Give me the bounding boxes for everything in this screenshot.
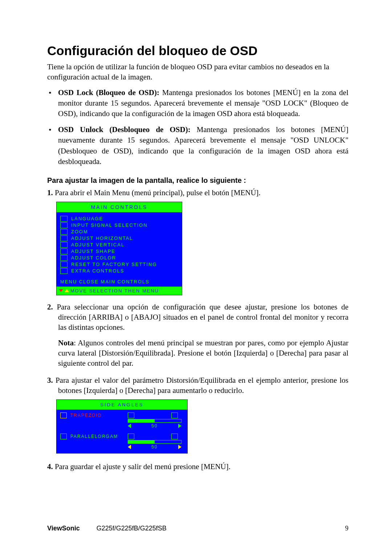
osd-footer: MOVE SELECTION THEN MENU — [57, 287, 182, 295]
osd-item: ADJUST HORIZONTAL — [71, 235, 133, 241]
subheading: Para ajustar la imagen de la pantalla, r… — [47, 176, 348, 185]
page-title: Configuración del bloqueo de OSD — [47, 44, 348, 58]
page-footer: ViewSonic G225f/G225fB/G225fSB 9 — [47, 525, 348, 532]
slider-value: 50 — [151, 423, 158, 428]
osd-close-line: MENU CLOSE MAIN CONTROLS — [57, 277, 182, 287]
bullet-list: OSD Lock (Bloqueo de OSD): Mantenga pres… — [47, 87, 348, 167]
step-3: 3. Para ajustar el valor del parámetro D… — [47, 375, 348, 396]
arrow-up-icon — [65, 289, 69, 292]
step-1: 1. Para abrir el Main Menu (menú princip… — [47, 188, 348, 198]
osd-title: MAIN CONTROLS — [57, 202, 182, 212]
osd-main-controls: MAIN CONTROLS LANGUAGE INPUT SIGNAL SELE… — [56, 202, 182, 295]
adjust-shape-icon — [60, 249, 68, 254]
footer-page-number: 9 — [345, 525, 348, 532]
osd-item: ADJUST COLOR — [71, 255, 116, 260]
trapezoid-icon — [60, 413, 67, 418]
step-1-text: Para abrir el Main Menu (menú principal)… — [55, 188, 261, 197]
osd-footer-text: MOVE SELECTION THEN MENU — [70, 288, 159, 294]
shape-narrow-bottom-icon — [171, 413, 178, 418]
osd-item: ADJUST SHAPE — [71, 249, 115, 254]
bullet-bold: OSD Unlock (Desbloqueo de OSD): — [58, 125, 191, 134]
step-4: 4. Para guardar el ajuste y salir del me… — [47, 461, 348, 472]
osd2-row-name: PARALLELORGAM — [70, 434, 118, 439]
osd-item: LANGUAGE — [71, 216, 103, 221]
osd-item: ZOOM — [71, 229, 88, 234]
step-2-text: Para seleccionar una opción de configura… — [57, 303, 348, 332]
adjust-vertical-icon — [60, 242, 68, 248]
adjust-horizontal-icon — [60, 235, 68, 241]
input-signal-icon — [60, 222, 68, 228]
language-icon — [60, 216, 68, 222]
slider-fill — [128, 440, 155, 443]
step-3-text: Para ajustar el valor del parámetro Dist… — [56, 376, 348, 395]
arrow-left-icon — [128, 424, 131, 428]
arrow-left-icon — [128, 445, 131, 449]
parallelogram-icon — [60, 434, 67, 439]
osd-item: RESET TO FACTORY SETTING — [71, 262, 157, 267]
arrow-right-icon — [178, 424, 181, 428]
reset-icon — [60, 262, 68, 267]
footer-model: G225f/G225fB/G225fSB — [97, 525, 167, 532]
step-2-note: Nota: Algunos controles del menú princip… — [47, 338, 348, 369]
shape-narrow-top-icon — [128, 413, 134, 418]
osd-item: EXTRA CONTROLS — [71, 268, 124, 274]
note-label: Nota — [58, 338, 74, 347]
footer-brand: ViewSonic — [47, 525, 80, 532]
osd-item: ADJUST VERTICAL — [71, 242, 124, 247]
osd-item: INPUT SIGNAL SELECTION — [71, 222, 148, 228]
shape-skew-left-icon — [128, 434, 134, 439]
note-text: : Algunos controles del menú principal s… — [58, 338, 348, 368]
zoom-icon — [60, 229, 68, 235]
arrow-right-icon — [178, 445, 181, 449]
list-item: OSD Lock (Bloqueo de OSD): Mantenga pres… — [58, 87, 348, 119]
slider-value: 50 — [151, 444, 158, 450]
osd2-title: SIDE ANGLES — [57, 400, 187, 410]
slider-track — [128, 440, 181, 444]
shape-skew-right-icon — [171, 434, 178, 439]
step-4-text: Para guardar el ajuste y salir del menú … — [55, 462, 230, 471]
bullet-bold: OSD Lock (Bloqueo de OSD): — [58, 88, 159, 97]
arrow-down-icon — [59, 289, 63, 292]
slider-fill — [128, 419, 155, 422]
list-item: OSD Unlock (Desbloqueo de OSD): Mantenga… — [58, 124, 348, 167]
slider-track — [128, 419, 181, 423]
osd2-row-name: TRAPEZOID — [70, 413, 102, 418]
step-2: 2. Para seleccionar una opción de config… — [47, 302, 348, 333]
extra-controls-icon — [60, 268, 68, 274]
adjust-color-icon — [60, 255, 68, 261]
osd-side-angles: SIDE ANGLES TRAPEZOID 50 PARALLELORGAM — [56, 399, 188, 454]
intro-paragraph: Tiene la opción de utilizar la función d… — [47, 62, 348, 82]
